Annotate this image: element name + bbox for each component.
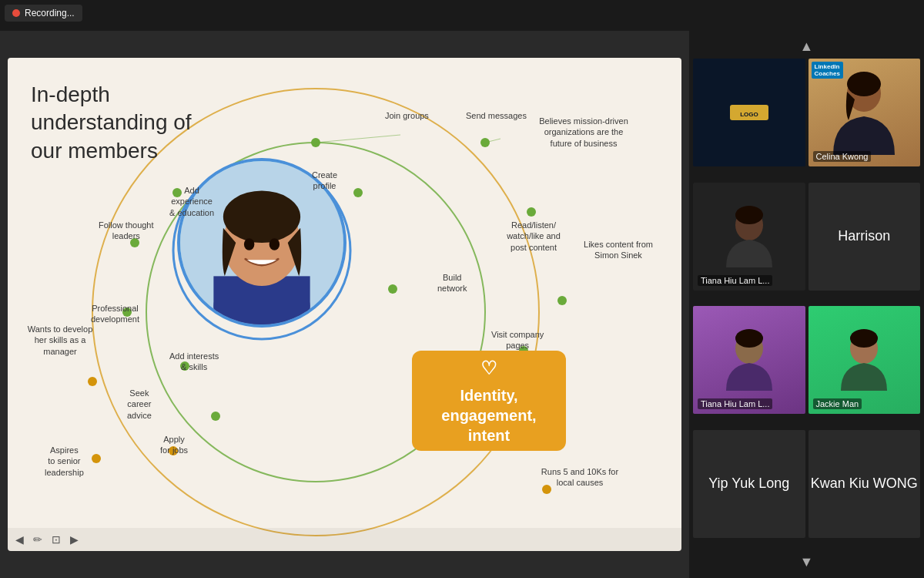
slide-toolbar: ◀ ✏ ⊡ ▶ (8, 528, 681, 551)
celina-name-label: Celina Kwong (813, 151, 872, 162)
svg-point-4 (480, 138, 490, 147)
label-visit-company: Visit companypages (491, 329, 544, 351)
label-runs: Runs 5 and 10Ks for local causes (537, 466, 622, 489)
participant-logo-icon: LOGO (726, 97, 772, 128)
participant-cell-kwan: Kwan Kiu WONG (808, 430, 921, 538)
label-apply-jobs: Applyfor jobs (160, 434, 188, 456)
participant-cell-celina: LinkedInCoaches Celina Kwong (808, 59, 921, 166)
svg-point-9 (353, 188, 363, 197)
svg-point-26 (223, 191, 300, 243)
label-believes: Believes mission-driven organizations ar… (537, 116, 630, 149)
label-read-listen: Read/listen/ watch/like and post content (499, 220, 568, 253)
participant-cell-tiana: Tiana Hiu Lam L... (693, 183, 805, 291)
label-create-profile: Createprofile (312, 170, 337, 192)
label-prof-dev: Professionaldevelopment (91, 303, 139, 325)
participant-cell-harrison: Harrison (808, 183, 921, 291)
participant-cell-logo: LOGO (693, 59, 805, 166)
label-add-interests: Add interests& skills (169, 351, 219, 373)
label-follow-thought: Follow thoughtleaders (99, 220, 154, 242)
recording-dot (12, 9, 20, 17)
label-wants-to: Wants to develop her skills as a manager (22, 324, 99, 357)
svg-point-36 (735, 329, 763, 348)
svg-point-17 (92, 454, 101, 463)
tiana-silhouette (722, 206, 776, 267)
participants-grid: LOGO LinkedInCoaches Celina Kwong (693, 59, 920, 550)
label-build-network: Buildnetwork (437, 272, 467, 294)
identity-text: Identity,engagement,intent (441, 385, 536, 445)
svg-point-5 (527, 207, 536, 217)
svg-line-19 (316, 135, 400, 143)
svg-point-32 (847, 72, 881, 96)
participant-cell-jackie: Jackie Man (808, 306, 921, 414)
svg-point-6 (557, 296, 567, 305)
linkedin-badge: LinkedInCoaches (812, 62, 843, 79)
svg-text:LOGO: LOGO (740, 111, 758, 118)
svg-point-8 (388, 284, 397, 294)
svg-point-34 (735, 206, 763, 224)
svg-point-38 (850, 329, 878, 348)
main-layout: In-depth understanding of our members (0, 0, 924, 578)
participant-cell-yip: Yip Yuk Long (693, 430, 805, 538)
svg-point-14 (211, 412, 220, 421)
toolbar-frame-icon[interactable]: ⊡ (52, 533, 61, 546)
label-join-groups: Join groups (385, 110, 429, 121)
svg-line-20 (485, 139, 500, 143)
label-send-messages: Send messages (466, 110, 527, 121)
toolbar-pencil-icon[interactable]: ✏ (33, 533, 42, 546)
label-add-exp: Addexperience& education (169, 185, 214, 218)
kwan-name: Kwan Kiu WONG (811, 476, 918, 492)
svg-point-3 (311, 138, 320, 147)
slide-title: In-depth understanding of our members (31, 81, 200, 165)
harrison-name: Harrison (838, 228, 890, 244)
slide-area: In-depth understanding of our members (0, 31, 689, 578)
label-seek-career: Seekcareeradvice (127, 388, 152, 421)
svg-point-16 (88, 377, 97, 386)
celina-silhouette (825, 70, 902, 155)
heart-icon: ♡ (480, 356, 497, 380)
right-panel: ▲ LOGO LinkedInCoaches (689, 31, 924, 578)
jackie-silhouette (837, 329, 891, 391)
nav-up-button[interactable]: ▲ (693, 35, 920, 59)
jackie-name-label: Jackie Man (813, 398, 862, 409)
recording-label: Recording... (25, 8, 75, 18)
yip-name: Yip Yuk Long (708, 476, 789, 492)
label-aspires: Aspiresto seniorleadership (45, 445, 84, 478)
tiana2-name-label: Tiana Hiu Lam L... (698, 398, 772, 409)
label-likes-content: Likes content from Simon Sinek (584, 239, 653, 261)
participant-cell-tiana2: Tiana Hiu Lam L... (693, 306, 805, 414)
svg-point-27 (244, 238, 254, 250)
toolbar-forward-icon[interactable]: ▶ (70, 533, 79, 546)
tiana-name-label: Tiana Hiu Lam L... (698, 275, 772, 286)
svg-point-28 (270, 238, 280, 250)
identity-badge: ♡ Identity,engagement,intent (412, 351, 566, 451)
tiana2-silhouette (722, 329, 776, 391)
toolbar-back-icon[interactable]: ◀ (15, 533, 24, 546)
nav-down-button[interactable]: ▼ (693, 550, 920, 574)
slide-content: In-depth understanding of our members (8, 58, 681, 551)
recording-badge: Recording... (5, 5, 82, 22)
